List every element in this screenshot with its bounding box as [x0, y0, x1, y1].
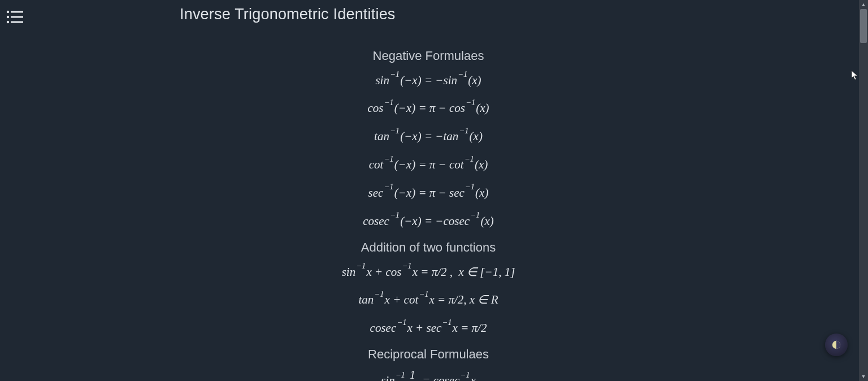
- formula-negative-6: cosec−1(−x) = −cosec−1(x): [0, 212, 857, 229]
- menu-button[interactable]: [5, 7, 25, 27]
- page-title: Inverse Trigonometric Identities: [180, 6, 396, 23]
- svg-point-4: [7, 21, 9, 23]
- formula-negative-3: tan−1(−x) = −tan−1(x): [0, 128, 857, 145]
- svg-rect-1: [11, 11, 23, 13]
- formula-negative-4: cot−1(−x) = π − cot−1(x): [0, 155, 857, 172]
- scroll-down-arrow[interactable]: ▼: [859, 372, 868, 381]
- formula-reciprocal-1: sin−11x = cosec−1x: [0, 370, 857, 381]
- formula-negative-5: sec−1(−x) = π − sec−1(x): [0, 184, 857, 201]
- section-heading-reciprocal: Reciprocal Formulaes: [0, 347, 857, 362]
- scroll-up-arrow[interactable]: ▲: [859, 0, 868, 9]
- menu-icon: [6, 10, 23, 24]
- svg-point-0: [7, 11, 9, 13]
- svg-rect-3: [11, 16, 23, 18]
- svg-point-2: [7, 16, 9, 18]
- section-heading-addition: Addition of two functions: [0, 240, 857, 255]
- theme-toggle-button[interactable]: [825, 334, 848, 356]
- theme-toggle-icon: [831, 340, 841, 350]
- formula-negative-2: cos−1(−x) = π − cos−1(x): [0, 99, 857, 116]
- formula-addition-2: tan−1x + cot−1x = π/2, x ∈ R: [0, 291, 857, 308]
- formula-addition-3: cosec−1x + sec−1x = π/2: [0, 319, 857, 336]
- formula-negative-1: sin−1(−x) = −sin−1(x): [0, 71, 857, 88]
- vertical-scrollbar[interactable]: ▲ ▼: [859, 0, 868, 381]
- formula-addition-1: sin−1x + cos−1x = π/2 , x ∈ [−1, 1]: [0, 263, 857, 280]
- scroll-track[interactable]: [859, 9, 868, 372]
- svg-rect-5: [11, 21, 23, 23]
- section-heading-negative: Negative Formulaes: [0, 49, 857, 63]
- scroll-thumb[interactable]: [860, 9, 867, 43]
- content-area: Negative Formulaes sin−1(−x) = −sin−1(x)…: [0, 45, 857, 381]
